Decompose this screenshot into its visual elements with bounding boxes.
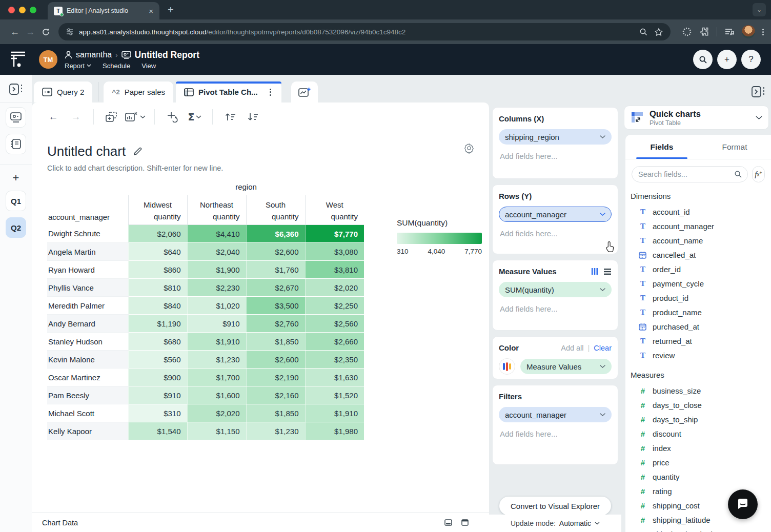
media-controls-icon[interactable] — [724, 27, 735, 36]
add-fields-placeholder[interactable]: Add fields here... — [499, 228, 612, 239]
sidebar-item-q2[interactable]: Q2 — [6, 217, 26, 238]
field-item-review[interactable]: Treview — [631, 348, 771, 362]
field-item-account_manager[interactable]: Taccount_manager — [631, 219, 771, 233]
value-cell[interactable]: $1,850 — [246, 404, 305, 422]
browser-back-button[interactable]: ← — [7, 24, 23, 39]
value-cell[interactable]: $310 — [128, 404, 187, 422]
tab-paper-sales[interactable]: ^2 Paper sales — [104, 81, 173, 103]
value-cell[interactable]: $3,500 — [246, 297, 305, 315]
field-item-account_name[interactable]: Taccount_name — [631, 233, 771, 248]
add-query-button[interactable]: + — [13, 171, 19, 185]
field-item-price[interactable]: #price — [631, 455, 771, 469]
column-header[interactable]: West — [305, 195, 364, 211]
value-cell[interactable]: $860 — [128, 261, 187, 279]
browser-tab[interactable]: T Editor | Analyst studio × — [48, 2, 159, 19]
chart-settings-gear-icon[interactable] — [463, 142, 475, 154]
chart-data-bar[interactable]: Chart Data — [32, 513, 489, 532]
value-cell[interactable]: $2,760 — [246, 315, 305, 333]
field-item-days_to_close[interactable]: #days_to_close — [631, 398, 771, 412]
browser-reload-button[interactable] — [38, 24, 53, 39]
value-cell[interactable]: $910 — [128, 386, 187, 404]
column-header[interactable]: Northeast — [187, 195, 246, 211]
row-label[interactable]: Stanley Hudson — [47, 333, 128, 351]
thoughtspot-logo-icon[interactable] — [10, 51, 26, 68]
tab-fields[interactable]: Fields — [625, 135, 698, 159]
global-search-button[interactable] — [693, 50, 713, 69]
report-avatar[interactable]: TM — [39, 50, 57, 69]
value-cell[interactable]: $1,980 — [305, 422, 364, 440]
search-fields-input[interactable] — [638, 170, 734, 178]
value-cell[interactable]: $1,190 — [128, 315, 187, 333]
row-label[interactable]: Angela Martin — [47, 243, 128, 261]
field-item-business_size[interactable]: #business_size — [631, 383, 771, 398]
add-fields-placeholder[interactable]: Add fields here... — [499, 428, 612, 439]
zoom-page-icon[interactable] — [639, 28, 648, 36]
sidebar-report-button[interactable] — [6, 107, 26, 128]
sort-descending-button[interactable] — [244, 108, 261, 126]
value-cell[interactable]: $1,600 — [187, 386, 246, 404]
sidebar-item-q1[interactable]: Q1 — [6, 191, 26, 211]
field-item-product_name[interactable]: Tproduct_name — [631, 305, 771, 319]
field-item-returned_at[interactable]: Treturned_at — [631, 334, 771, 348]
browser-menu-icon[interactable] — [762, 29, 764, 35]
address-bar[interactable]: app.as01.analyststudio.thoughtspot.cloud… — [58, 23, 671, 40]
value-cell[interactable]: $2,230 — [187, 279, 246, 297]
value-cell[interactable]: $560 — [128, 351, 187, 369]
value-cell[interactable]: $2,600 — [246, 243, 305, 261]
field-item-discount[interactable]: #discount — [631, 426, 771, 441]
row-label[interactable]: Pam Beesly — [47, 386, 128, 404]
value-cell[interactable]: $1,630 — [305, 369, 364, 386]
tab-options-icon[interactable] — [268, 87, 273, 98]
chat-support-button[interactable] — [728, 489, 758, 519]
field-pill[interactable]: account_manager — [499, 207, 612, 222]
value-cell[interactable]: $2,020 — [187, 404, 246, 422]
breadcrumb-report-title[interactable]: Untitled Report — [135, 50, 199, 60]
swap-axes-button[interactable] — [164, 108, 181, 126]
row-label[interactable]: Phyllis Vance — [47, 279, 128, 297]
value-cell[interactable]: $4,410 — [187, 225, 246, 243]
value-cell[interactable]: $6,360 — [246, 225, 305, 243]
aggregate-button[interactable]: Σ — [186, 108, 204, 126]
value-cell[interactable]: $840 — [128, 297, 187, 315]
search-fields-box[interactable] — [632, 166, 748, 182]
value-cell[interactable]: $1,760 — [246, 261, 305, 279]
tab-format[interactable]: Format — [698, 135, 771, 159]
field-item-index[interactable]: #index — [631, 441, 771, 455]
quick-charts-dropdown[interactable]: Quick charts Pivot Table — [624, 106, 769, 130]
menu-report[interactable]: Report — [65, 62, 91, 70]
value-cell[interactable]: $2,020 — [305, 279, 364, 297]
sidebar-datasets-button[interactable] — [6, 134, 26, 154]
value-cell[interactable]: $2,350 — [305, 351, 364, 369]
close-tab-icon[interactable]: × — [149, 7, 153, 15]
field-pill[interactable]: shipping_region — [499, 129, 612, 145]
convert-to-visual-explorer-button[interactable]: Convert to Visual Explorer — [499, 497, 611, 515]
column-header[interactable]: South — [246, 195, 305, 211]
extensions-puzzle-icon[interactable] — [699, 27, 709, 37]
collapse-panel-bottom-icon[interactable] — [444, 519, 452, 526]
row-label[interactable]: Michael Scott — [47, 404, 128, 422]
row-label[interactable]: Kelly Kapoor — [47, 422, 128, 440]
row-label[interactable]: Andy Bernard — [47, 315, 128, 333]
add-fields-placeholder[interactable]: Add fields here... — [499, 303, 612, 314]
site-info-icon[interactable] — [66, 28, 74, 36]
value-cell[interactable]: $1,850 — [246, 333, 305, 351]
value-cell[interactable]: $7,770 — [305, 225, 364, 243]
bookmark-star-icon[interactable] — [654, 28, 663, 36]
value-cell[interactable]: $2,600 — [246, 351, 305, 369]
value-cell[interactable]: $1,020 — [187, 297, 246, 315]
new-tab-button[interactable]: + — [168, 4, 174, 16]
value-cell[interactable]: $910 — [187, 315, 246, 333]
value-cell[interactable]: $1,230 — [187, 351, 246, 369]
value-cell[interactable]: $2,660 — [305, 333, 364, 351]
row-label[interactable]: Oscar Martinez — [47, 369, 128, 386]
add-fields-placeholder[interactable]: Add fields here... — [499, 151, 612, 161]
value-cell[interactable]: $2,160 — [246, 386, 305, 404]
breadcrumb-user[interactable]: samantha — [76, 50, 112, 59]
menu-view[interactable]: View — [141, 62, 156, 70]
tab-pivot-table-chart[interactable]: Pivot Table Ch... — [176, 81, 281, 103]
color-field-pill[interactable]: Measure Values — [520, 359, 612, 374]
value-cell[interactable]: $2,190 — [246, 369, 305, 386]
help-button[interactable]: ? — [741, 50, 761, 69]
field-item-order_id[interactable]: Torder_id — [631, 262, 771, 276]
delete-chart-button[interactable] — [125, 108, 146, 126]
